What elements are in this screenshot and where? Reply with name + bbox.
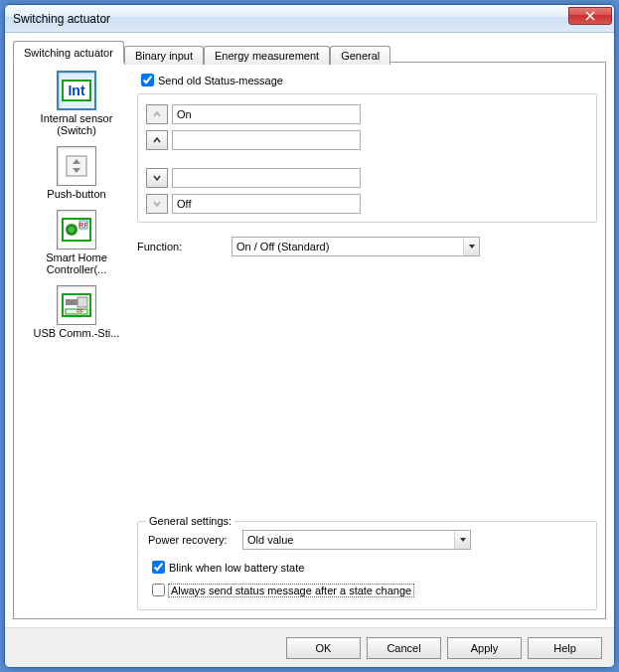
help-button[interactable]: Help <box>528 637 602 659</box>
sidebar-item-label: USB Comm.-Sti... <box>34 327 120 339</box>
move-up-button[interactable] <box>146 104 168 124</box>
svg-point-5 <box>69 227 75 233</box>
function-value: On / Off (Standard) <box>232 241 463 252</box>
tab-energy-measurement[interactable]: Energy measurement <box>204 46 330 65</box>
apply-button[interactable]: Apply <box>447 637 522 659</box>
chevron-down-icon <box>153 174 161 182</box>
general-settings-legend: General settings: <box>146 515 234 527</box>
row-0: On <box>146 104 588 124</box>
combo-button[interactable] <box>463 238 479 255</box>
chevron-down-icon <box>153 200 161 208</box>
sidebar-item-internal-sensor[interactable]: Int Internal sensor (Switch) <box>27 71 126 136</box>
app-window: Switching actuator Switching actuator Bi… <box>4 4 615 668</box>
value-field[interactable]: Off <box>172 194 361 214</box>
tab-general[interactable]: General <box>330 46 390 65</box>
function-label: Function: <box>137 241 232 252</box>
power-recovery-value: Old value <box>243 534 454 546</box>
value-field[interactable]: On <box>172 104 361 124</box>
tabstrip: Switching actuator Binary input Energy m… <box>13 41 606 63</box>
sidebar-item-label: Push-button <box>47 188 105 200</box>
send-old-status-label: Send old Status-message <box>158 75 283 86</box>
cancel-button[interactable]: Cancel <box>367 637 441 659</box>
row-1 <box>146 130 588 150</box>
row-3: Off <box>146 194 588 214</box>
send-old-status-checkbox[interactable] <box>141 74 154 86</box>
tab-binary-input[interactable]: Binary input <box>124 46 204 65</box>
tab-switching-actuator[interactable]: Switching actuator <box>13 41 124 63</box>
shc-icon: RF <box>57 210 96 250</box>
titlebar: Switching actuator <box>5 5 614 33</box>
usb-icon: RF <box>57 285 96 325</box>
svg-rect-10 <box>77 297 87 307</box>
chevron-down-icon <box>468 243 476 251</box>
window-title: Switching actuator <box>13 12 568 26</box>
sidebar-item-smart-home[interactable]: RF Smart Home Controller(... <box>27 210 126 275</box>
power-recovery-row: Power recovery: Old value <box>148 530 586 550</box>
svg-text:RF: RF <box>77 308 83 314</box>
value-field[interactable] <box>172 130 361 150</box>
function-row: Function: On / Off (Standard) <box>137 237 597 256</box>
send-old-status-row: Send old Status-message <box>137 71 597 89</box>
chevron-down-icon <box>459 536 467 544</box>
push-icon <box>57 146 96 186</box>
row-2 <box>146 168 588 188</box>
chevron-up-icon <box>153 110 161 118</box>
client-area: Switching actuator Binary input Energy m… <box>5 33 614 627</box>
svg-rect-9 <box>66 299 77 305</box>
move-down-button[interactable] <box>146 194 168 214</box>
always-send-checkbox[interactable] <box>152 584 165 596</box>
main-pane: Send old Status-message On <box>131 71 597 610</box>
always-send-row: Always send status message after a state… <box>148 581 586 599</box>
svg-text:RF: RF <box>78 222 87 229</box>
general-settings-group: General settings: Power recovery: Old va… <box>137 521 597 610</box>
sidebar: Int Internal sensor (Switch) Push-button… <box>22 71 131 610</box>
combo-button[interactable] <box>454 531 470 549</box>
sidebar-item-usb[interactable]: RF USB Comm.-Sti... <box>34 285 120 339</box>
int-icon: Int <box>57 71 96 110</box>
sidebar-item-push-button[interactable]: Push-button <box>47 146 105 200</box>
chevron-up-icon <box>153 136 161 144</box>
svg-text:Int: Int <box>68 83 84 98</box>
power-recovery-label: Power recovery: <box>148 534 242 546</box>
blink-label: Blink when low battery state <box>169 562 304 574</box>
sidebar-item-label: Smart Home Controller(... <box>27 252 126 275</box>
tab-page: Int Internal sensor (Switch) Push-button… <box>13 62 606 619</box>
close-icon <box>585 11 595 21</box>
power-recovery-combo[interactable]: Old value <box>242 530 471 550</box>
move-up-button[interactable] <box>146 130 168 150</box>
button-bar: OK Cancel Apply Help <box>5 627 614 667</box>
move-down-button[interactable] <box>146 168 168 188</box>
status-rows-box: On Off <box>137 93 597 223</box>
value-field[interactable] <box>172 168 361 188</box>
close-button[interactable] <box>568 7 612 25</box>
function-combo[interactable]: On / Off (Standard) <box>232 237 480 256</box>
blink-row: Blink when low battery state <box>148 558 586 577</box>
ok-button[interactable]: OK <box>286 637 361 659</box>
blink-checkbox[interactable] <box>152 561 165 574</box>
sidebar-item-label: Internal sensor (Switch) <box>27 112 126 136</box>
always-send-label: Always send status message after a state… <box>169 585 413 596</box>
